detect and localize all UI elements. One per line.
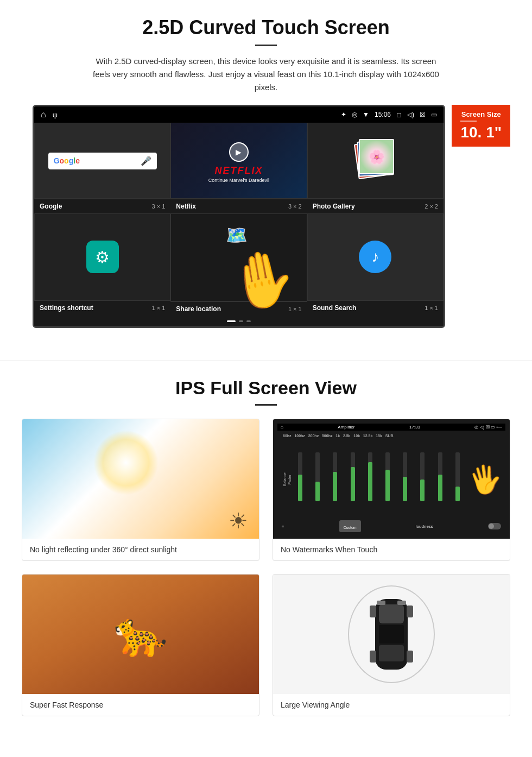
microphone-icon: 🎤 bbox=[141, 156, 151, 166]
page-dot-active bbox=[227, 320, 236, 322]
badge-label: Screen Size bbox=[460, 110, 502, 118]
section1-title: 2.5D Curved Touch Screen bbox=[33, 16, 499, 39]
section1-description: With 2.5D curved-display screen, this de… bbox=[92, 55, 440, 94]
section2-divider bbox=[255, 404, 277, 406]
netflix-subtitle: Continue Marvel's Daredevil bbox=[208, 178, 269, 183]
amp-icons: ◎ ◁) ☒ ▭ ⟵ bbox=[474, 425, 502, 430]
share-location-app-name: Share location bbox=[176, 305, 221, 313]
window-icon: ▭ bbox=[431, 111, 437, 118]
amp-bottom-controls: « Custom loudness bbox=[277, 518, 505, 534]
svg-rect-4 bbox=[370, 605, 376, 617]
time-display: 15:06 bbox=[375, 111, 391, 118]
google-app-name: Google bbox=[40, 203, 62, 210]
amplifier-caption: No Watermarks When Touch bbox=[273, 539, 510, 560]
app-grid-row1: Google 🎤 Google 3 × 1 bbox=[34, 123, 444, 213]
car-svg bbox=[367, 594, 416, 675]
svg-rect-3 bbox=[379, 645, 404, 661]
amp-bar-10 bbox=[455, 452, 460, 501]
page-dot-2 bbox=[239, 320, 243, 322]
photo-card-3: 🌸 bbox=[359, 139, 394, 174]
amp-bar-6 bbox=[385, 452, 390, 501]
sunlight-caption: No light reflecting under 360° direct su… bbox=[22, 539, 259, 560]
amp-status-bar: ⌂ Amplifier 17:33 ◎ ◁) ☒ ▭ ⟵ bbox=[277, 424, 505, 431]
share-location-app-cell[interactable]: 🗺️ 🤚 Share location 1 × 1 bbox=[170, 213, 307, 316]
car-top-view bbox=[367, 594, 416, 675]
feature-card-car: Large Viewing Angle bbox=[273, 574, 510, 716]
feature-card-cheetah: 🐆 Super Fast Response bbox=[22, 574, 259, 716]
volume-icon: ◁) bbox=[407, 111, 414, 118]
location-icon: ◎ bbox=[352, 111, 357, 118]
touch-hand-icon: 🖐 bbox=[466, 461, 504, 498]
hand-pointing-icon: 🤚 bbox=[223, 242, 301, 317]
gallery-app-name: Photo Gallery bbox=[313, 203, 355, 210]
amp-time: 17:33 bbox=[409, 425, 420, 430]
svg-rect-1 bbox=[379, 604, 404, 623]
google-app-size: 3 × 1 bbox=[152, 203, 166, 210]
car-image bbox=[273, 575, 510, 694]
settings-app-cell[interactable]: ⚙ Settings shortcut 1 × 1 bbox=[34, 213, 170, 316]
section2-title: IPS Full Screen View bbox=[22, 377, 510, 399]
amp-bar-8 bbox=[420, 452, 425, 501]
badge-divider bbox=[460, 121, 477, 122]
svg-rect-6 bbox=[370, 651, 376, 663]
settings-app-label: Settings shortcut 1 × 1 bbox=[34, 300, 170, 315]
photo-gallery-app-cell[interactable]: 🌸 Photo Gallery 2 × 2 bbox=[307, 123, 444, 213]
amp-bar-9 bbox=[438, 452, 442, 501]
status-left: ⌂ ψ bbox=[41, 110, 58, 119]
svg-rect-2 bbox=[379, 625, 404, 644]
home-icon[interactable]: ⌂ bbox=[41, 110, 46, 119]
badge-size: 10. 1" bbox=[460, 124, 502, 141]
amp-bar-2 bbox=[315, 452, 320, 501]
status-bar: ⌂ ψ ✦ ◎ ▼ 15:06 ◻ ◁) ☒ ▭ bbox=[34, 106, 444, 123]
netflix-app-size: 3 × 2 bbox=[288, 203, 302, 210]
sunlight-image: ☀ bbox=[22, 419, 259, 539]
amp-bar-3 bbox=[333, 452, 337, 501]
amp-bar-7 bbox=[403, 452, 407, 501]
netflix-logo: NETFLIX bbox=[208, 165, 269, 176]
amp-loudness-toggle[interactable] bbox=[488, 523, 501, 529]
feature-card-sunlight: ☀ No light reflecting under 360° direct … bbox=[22, 419, 259, 561]
cheetah-caption: Super Fast Response bbox=[22, 694, 259, 716]
netflix-app-label: Netflix 3 × 2 bbox=[170, 199, 307, 213]
svg-rect-5 bbox=[407, 605, 413, 617]
car-caption: Large Viewing Angle bbox=[273, 694, 510, 716]
close-icon: ☒ bbox=[420, 111, 426, 118]
svg-rect-8 bbox=[377, 601, 385, 605]
amp-bar-5 bbox=[368, 452, 372, 501]
screen-size-badge: Screen Size 10. 1" bbox=[452, 105, 510, 147]
google-app-label: Google 3 × 1 bbox=[34, 199, 170, 213]
amp-home-icon: ⌂ bbox=[281, 425, 283, 430]
amplifier-image: ⌂ Amplifier 17:33 ◎ ◁) ☒ ▭ ⟵ 60hz 100hz … bbox=[273, 419, 510, 539]
netflix-play-button[interactable]: ▶ bbox=[229, 142, 249, 162]
wifi-icon: ▼ bbox=[363, 111, 369, 118]
google-app-cell[interactable]: Google 🎤 Google 3 × 1 bbox=[34, 123, 170, 213]
amp-section-labels: 60hz 100hz 200hz 500hz 1k 2.5k 10k 12.5k… bbox=[277, 433, 505, 439]
car-circle bbox=[348, 585, 435, 683]
sound-search-app-size: 1 × 1 bbox=[425, 305, 438, 311]
netflix-app-name: Netflix bbox=[176, 203, 196, 210]
settings-app-size: 1 × 1 bbox=[152, 305, 166, 311]
svg-rect-7 bbox=[407, 651, 413, 663]
amp-custom-label: Custom bbox=[344, 526, 357, 529]
netflix-app-cell[interactable]: ▶ NETFLIX Continue Marvel's Daredevil Ne… bbox=[170, 123, 307, 213]
sound-search-app-cell[interactable]: ♪ Sound Search 1 × 1 bbox=[307, 213, 444, 316]
gallery-app-size: 2 × 2 bbox=[425, 203, 438, 210]
settings-icon: ⚙ bbox=[86, 241, 119, 273]
settings-app-name: Settings shortcut bbox=[40, 304, 93, 312]
page-dot-3 bbox=[246, 320, 251, 322]
music-note-icon: ♪ bbox=[359, 241, 391, 273]
section-ips-screen: IPS Full Screen View ☀ No light reflecti… bbox=[0, 377, 532, 733]
pagination-dots bbox=[34, 316, 444, 326]
section-curved-screen: 2.5D Curved Touch Screen With 2.5D curve… bbox=[0, 0, 532, 339]
flower-image: 🌸 bbox=[360, 140, 393, 173]
android-screen: ⌂ ψ ✦ ◎ ▼ 15:06 ◻ ◁) ☒ ▭ bbox=[33, 105, 445, 328]
google-logo: Google bbox=[54, 156, 80, 165]
gallery-app-label: Photo Gallery 2 × 2 bbox=[307, 199, 444, 213]
google-search-bar[interactable]: Google 🎤 bbox=[48, 153, 157, 169]
section-divider bbox=[0, 361, 532, 361]
svg-rect-9 bbox=[397, 601, 406, 605]
light-rays: ☀ bbox=[229, 508, 248, 533]
camera-icon: ◻ bbox=[396, 111, 402, 118]
amp-bar-1 bbox=[298, 452, 302, 501]
amp-bar-4 bbox=[351, 452, 355, 501]
